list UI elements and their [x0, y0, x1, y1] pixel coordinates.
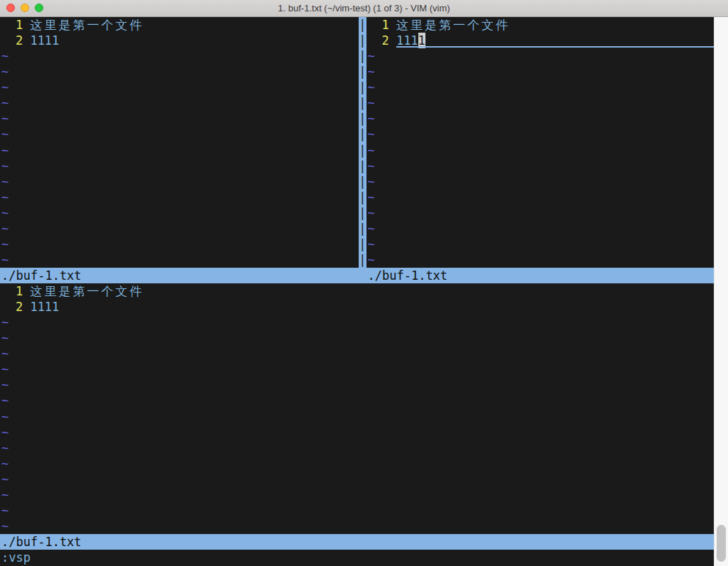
- window-titlebar[interactable]: 1. buf-1.txt (~/vim-test) (1 of 3) - VIM…: [0, 0, 728, 17]
- line-number: 1: [1, 283, 23, 299]
- buffer-line[interactable]: 1这里是第一个文件: [0, 17, 359, 33]
- line-number: 2: [368, 33, 389, 48]
- scrollbar-track: [714, 17, 728, 566]
- vertical-split-separator[interactable]: ||||||||||||||||: [359, 17, 366, 268]
- statusline-filename-right: ./buf-1.txt: [368, 268, 448, 283]
- buffer-text: 这里是第一个文件: [30, 18, 143, 32]
- statusline-filename-left: ./buf-1.txt: [1, 268, 82, 283]
- buffer-line[interactable]: 1这里是第一个文件: [366, 17, 715, 33]
- vim-window-bottom[interactable]: 1这里是第一个文件 21111 ~~~~~~~~~~~~~~: [0, 283, 714, 534]
- empty-buffer-tildes: ~~~~~~~~~~~~~~: [0, 48, 359, 268]
- vim-window-top-left[interactable]: 1这里是第一个文件 21111 ~~~~~~~~~~~~~~: [0, 17, 359, 268]
- buffer-text: 111: [396, 33, 418, 48]
- empty-buffer-tildes: ~~~~~~~~~~~~~~: [366, 48, 715, 268]
- buffer-text: 1111: [30, 33, 59, 48]
- empty-buffer-tildes: ~~~~~~~~~~~~~~: [0, 315, 714, 534]
- cursorline-underline: [396, 46, 714, 48]
- line-number: 1: [368, 17, 389, 33]
- buffer-line[interactable]: 21111: [0, 299, 714, 315]
- vim-command-line[interactable]: :vsp: [0, 550, 714, 565]
- buffer-line[interactable]: 1这里是第一个文件: [0, 283, 714, 299]
- line-number: 2: [1, 33, 23, 48]
- buffer-line[interactable]: 21111: [0, 33, 359, 48]
- scrollbar-thumb[interactable]: [717, 525, 726, 562]
- window-title: 1. buf-1.txt (~/vim-test) (1 of 3) - VIM…: [0, 0, 728, 17]
- vim-window-top-right-active[interactable]: 1这里是第一个文件 21111 ~~~~~~~~~~~~~~: [366, 17, 715, 268]
- buffer-text: 这里是第一个文件: [396, 18, 510, 32]
- buffer-text: 这里是第一个文件: [30, 284, 143, 298]
- line-number: 1: [1, 17, 23, 33]
- statusline-filename: ./buf-1.txt: [1, 534, 82, 550]
- statusline-top-windows[interactable]: ./buf-1.txt ./buf-1.txt: [0, 268, 714, 283]
- vim-editor: 1这里是第一个文件 21111 ~~~~~~~~~~~~~~ |||||||||…: [0, 17, 714, 566]
- statusline-bottom-window[interactable]: ./buf-1.txt: [0, 534, 714, 550]
- buffer-text: 1111: [30, 300, 59, 314]
- cursor-line[interactable]: 21111: [366, 33, 715, 48]
- line-number: 2: [1, 299, 23, 315]
